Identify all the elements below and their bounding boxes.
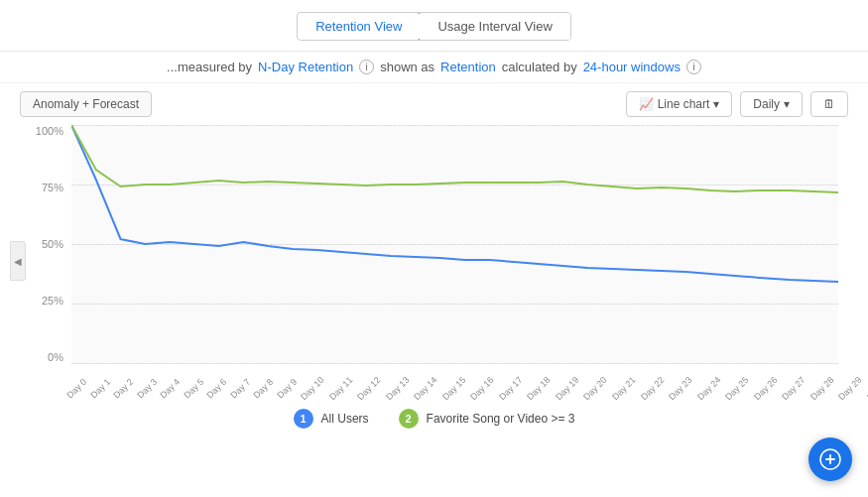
anomaly-forecast-button[interactable]: Anomaly + Forecast: [20, 91, 152, 117]
chart-svg: [71, 125, 838, 363]
legend-item-2: 2 Favorite Song or Video >= 3: [399, 409, 575, 429]
y-label-25: 25%: [30, 295, 69, 307]
chart-area: 100% 75% 50% 25% 0%: [30, 125, 838, 383]
legend-item-1: 1 All Users: [294, 409, 369, 429]
calculated-by-label: calculated by: [502, 60, 577, 74]
green-line: [71, 125, 838, 192]
chart-toolbar: Anomaly + Forecast 📈 Line chart ▾ Daily …: [0, 83, 868, 125]
legend-label-2: Favorite Song or Video >= 3: [427, 412, 575, 426]
metric-info-icon[interactable]: i: [359, 60, 374, 74]
retention-view-tab[interactable]: Retention View: [297, 12, 421, 41]
daily-label: Daily: [753, 97, 780, 111]
line-chart-button[interactable]: 📈 Line chart ▾: [626, 91, 733, 117]
metric-link[interactable]: N-Day Retention: [258, 60, 353, 74]
y-label-100: 100%: [30, 125, 69, 137]
calculated-by-info-icon[interactable]: i: [686, 60, 701, 74]
y-label-75: 75%: [30, 182, 69, 193]
legend-number-2: 2: [406, 413, 412, 425]
chart-legend: 1 All Users 2 Favorite Song or Video >= …: [0, 397, 868, 436]
daily-chevron: ▾: [784, 97, 790, 111]
usage-interval-view-tab[interactable]: Usage Interval View: [420, 13, 569, 40]
scroll-left-button[interactable]: ◀: [10, 241, 26, 281]
chart-wrapper: ◀ 100% 75% 50% 25% 0%: [10, 125, 858, 397]
calendar-button[interactable]: 🗓: [810, 91, 848, 117]
shown-as-link[interactable]: Retention: [440, 60, 496, 74]
chart-controls: 📈 Line chart ▾ Daily ▾ 🗓: [626, 91, 848, 117]
calendar-icon: 🗓: [823, 97, 835, 111]
y-label-0: 0%: [30, 351, 69, 363]
line-chart-icon: 📈: [639, 97, 654, 111]
shown-as-label: shown as: [380, 60, 434, 74]
fab-button[interactable]: [808, 437, 852, 481]
tab-bar: Retention View Usage Interval View: [0, 0, 868, 52]
legend-number-1: 1: [300, 413, 306, 425]
legend-circle-2: 2: [399, 409, 419, 429]
x-labels-row: Day 0 Day 1 Day 2 Day 3 Day 4 Day 5 Day …: [62, 383, 858, 397]
view-tabs: Retention View Usage Interval View: [297, 12, 571, 41]
line-chart-label: Line chart: [658, 97, 710, 111]
daily-button[interactable]: Daily ▾: [740, 91, 803, 117]
legend-circle-1: 1: [294, 409, 313, 429]
chart-inner: [71, 125, 838, 363]
calculated-by-link[interactable]: 24-hour windows: [583, 60, 681, 74]
line-chart-chevron: ▾: [713, 97, 719, 111]
fab-icon: [818, 447, 842, 471]
y-axis: 100% 75% 50% 25% 0%: [30, 125, 69, 383]
filter-bar: ...measured by N-Day Retention i shown a…: [0, 52, 868, 83]
legend-label-1: All Users: [321, 412, 369, 426]
y-label-50: 50%: [30, 238, 69, 250]
measured-by-label: ...measured by: [167, 60, 252, 74]
blue-line: [71, 125, 838, 282]
